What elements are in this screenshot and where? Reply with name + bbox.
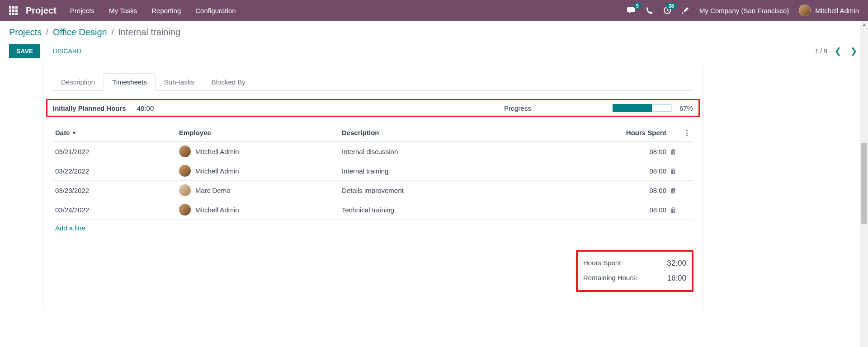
totals-box: Hours Spent: 32:00 Remaining Hours: 16:0…	[576, 250, 693, 292]
apps-icon[interactable]	[9, 6, 18, 15]
progress-percent: 67%	[679, 104, 693, 112]
cell-hours[interactable]: 08:00	[608, 187, 666, 194]
progress-fill	[613, 104, 652, 112]
pager-prev-icon[interactable]: ❮	[833, 44, 843, 58]
cell-hours[interactable]: 08:00	[608, 206, 666, 214]
breadcrumb-root[interactable]: Projects	[9, 27, 42, 37]
tools-icon[interactable]	[681, 6, 689, 14]
pager-next-icon[interactable]: ❯	[849, 44, 859, 58]
col-employee-header[interactable]: Employee	[179, 129, 342, 137]
menu-reporting[interactable]: Reporting	[151, 7, 181, 14]
table-row[interactable]: 03/23/2022Marc DemoDetails improvement08…	[52, 181, 693, 200]
cell-employee[interactable]: Mitchell Admin	[179, 145, 342, 157]
cell-date[interactable]: 03/24/2022	[52, 206, 179, 214]
activities-badge: 38	[666, 3, 677, 9]
planned-hours-label: Initially Planned Hours	[53, 104, 126, 112]
cell-employee[interactable]: Mitchell Admin	[179, 165, 342, 177]
activities-icon[interactable]: 38	[663, 6, 671, 14]
employee-avatar-icon	[179, 204, 191, 216]
cell-description[interactable]: Details improvement	[342, 187, 608, 194]
breadcrumb: Projects / Office Design / Internal trai…	[9, 27, 859, 38]
hours-spent-value: 32:00	[667, 259, 686, 268]
planned-hours-row: Initially Planned Hours 48:00 Progress 6…	[46, 99, 700, 117]
scroll-thumb[interactable]	[861, 143, 867, 224]
caret-down-icon: ▼	[72, 130, 77, 136]
user-menu[interactable]: Mitchell Admin	[799, 5, 859, 16]
employee-avatar-icon	[179, 184, 191, 196]
progress-bar	[613, 104, 671, 112]
cell-date[interactable]: 03/21/2022	[52, 148, 179, 155]
table-header: Date ▼ Employee Description Hours Spent …	[52, 124, 693, 142]
table-row[interactable]: 03/24/2022Mitchell AdminTechnical traini…	[52, 200, 693, 220]
discard-button[interactable]: DISCARD	[46, 44, 89, 58]
pager-count[interactable]: 1 / 9	[815, 47, 827, 55]
progress-label: Progress	[504, 104, 531, 112]
cell-employee[interactable]: Mitchell Admin	[179, 204, 342, 216]
remaining-hours-label: Remaining Hours:	[583, 274, 637, 283]
user-name: Mitchell Admin	[815, 7, 859, 14]
top-navbar: Project Projects My Tasks Reporting Conf…	[0, 0, 868, 21]
delete-row-icon[interactable]: 🗑	[670, 167, 677, 175]
cell-employee[interactable]: Marc Demo	[179, 184, 342, 196]
col-date-header[interactable]: Date ▼	[55, 129, 76, 136]
table-row[interactable]: 03/21/2022Mitchell AdminInternal discuss…	[52, 142, 693, 161]
cell-description[interactable]: Technical training	[342, 206, 608, 214]
main-menu: Projects My Tasks Reporting Configuratio…	[70, 7, 627, 14]
phone-icon[interactable]	[646, 7, 653, 14]
tab-timesheets[interactable]: Timesheets	[104, 73, 156, 91]
messages-icon[interactable]: 5	[627, 6, 636, 14]
col-hours-header[interactable]: Hours Spent	[608, 129, 666, 137]
planned-hours-value[interactable]: 48:00	[137, 104, 154, 112]
menu-my-tasks[interactable]: My Tasks	[109, 7, 137, 14]
user-avatar-icon	[799, 5, 811, 16]
company-selector[interactable]: My Company (San Francisco)	[699, 7, 789, 14]
col-description-header[interactable]: Description	[342, 129, 608, 137]
breadcrumb-project[interactable]: Office Design	[53, 27, 107, 37]
cell-date[interactable]: 03/23/2022	[52, 187, 179, 194]
cell-description[interactable]: Internal training	[342, 167, 608, 175]
hours-spent-label: Hours Spent:	[583, 259, 623, 268]
timesheet-table: Date ▼ Employee Description Hours Spent …	[52, 124, 693, 236]
control-panel: Projects / Office Design / Internal trai…	[0, 21, 868, 64]
tab-blocked-by[interactable]: Blocked By	[203, 73, 254, 91]
menu-configuration[interactable]: Configuration	[195, 7, 236, 14]
vertical-scrollbar[interactable]: ▲	[860, 21, 868, 310]
tab-bar: Description Timesheets Sub-tasks Blocked…	[52, 73, 693, 91]
add-line-link[interactable]: Add a line	[52, 220, 693, 236]
tab-description[interactable]: Description	[52, 73, 104, 91]
cell-date[interactable]: 03/22/2022	[52, 167, 179, 175]
cell-hours[interactable]: 08:00	[608, 167, 666, 175]
delete-row-icon[interactable]: 🗑	[670, 206, 677, 214]
breadcrumb-current: Internal training	[118, 27, 180, 37]
delete-row-icon[interactable]: 🗑	[670, 187, 677, 194]
tab-subtasks[interactable]: Sub-tasks	[156, 73, 203, 91]
save-button[interactable]: SAVE	[9, 44, 40, 58]
cell-description[interactable]: Internal discussion	[342, 148, 608, 155]
menu-projects[interactable]: Projects	[70, 7, 94, 14]
table-row[interactable]: 03/22/2022Mitchell AdminInternal trainin…	[52, 161, 693, 181]
app-name[interactable]: Project	[26, 5, 57, 16]
pager: 1 / 9 ❮ ❯	[815, 44, 859, 58]
form-sheet: Description Timesheets Sub-tasks Blocked…	[43, 64, 703, 310]
delete-row-icon[interactable]: 🗑	[670, 148, 677, 155]
table-options-icon[interactable]: ⋮	[680, 129, 693, 137]
topbar-right: 5 38 My Company (San Francisco) Mitchell…	[627, 5, 859, 16]
employee-avatar-icon	[179, 165, 191, 177]
employee-avatar-icon	[179, 145, 191, 157]
scroll-up-icon[interactable]: ▲	[860, 21, 868, 28]
messages-badge: 5	[633, 3, 642, 9]
cell-hours[interactable]: 08:00	[608, 148, 666, 155]
remaining-hours-value: 16:00	[667, 274, 686, 283]
